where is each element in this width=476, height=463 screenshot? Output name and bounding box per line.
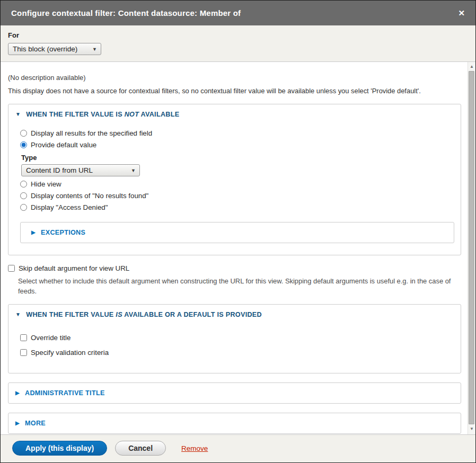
triangle-right-icon: ▶ (15, 420, 20, 426)
fieldset-value-not-available-summary[interactable]: ▼ WHEN THE FILTER VALUE IS NOT AVAILABLE (8, 104, 461, 124)
skip-default-argument-description: Select whether to include this default a… (18, 276, 461, 296)
fieldset-value-available-body: Override title Specify validation criter… (8, 325, 461, 373)
radio-label: Provide default value (31, 141, 96, 149)
type-label: Type (21, 154, 454, 162)
dialog-titlebar: Configure contextual filter: Content dat… (1, 1, 475, 25)
fieldset-legend: ADMINISTRATIVE TITLE (25, 389, 105, 397)
checkbox-skip-default-argument-input[interactable] (8, 265, 15, 272)
scroll-down-icon[interactable]: ▼ (468, 427, 475, 431)
cancel-button[interactable]: Cancel (115, 441, 166, 456)
apply-button[interactable]: Apply (this display) (12, 441, 107, 456)
type-select[interactable]: Content ID from URL ▼ (21, 164, 140, 176)
dialog-footer: Apply (this display) Cancel Remove (1, 434, 475, 462)
radio-display-access-denied[interactable]: Display "Access Denied" (20, 203, 454, 211)
fieldset-value-not-available-body: Display all results for the specified fi… (8, 124, 461, 255)
for-label: For (8, 31, 465, 39)
checkbox-specify-validation-criteria[interactable]: Specify validation criteria (20, 349, 454, 357)
triangle-right-icon: ▶ (31, 229, 36, 235)
radio-display-no-results-input[interactable] (20, 192, 27, 199)
scroll-up-icon[interactable]: ▲ (468, 65, 475, 69)
checkbox-specify-validation-criteria-input[interactable] (20, 349, 27, 356)
fieldset-more-summary[interactable]: ▶ MORE (8, 413, 461, 433)
fieldset-legend: EXCEPTIONS (41, 229, 85, 236)
checkbox-skip-default-argument[interactable]: Skip default argument for view URL (8, 264, 461, 272)
fieldset-administrative-title-summary[interactable]: ▶ ADMINISTRATIVE TITLE (8, 383, 461, 403)
radio-display-access-denied-input[interactable] (20, 204, 27, 211)
vertical-scrollbar[interactable]: ▲ ▼ (468, 62, 475, 434)
fieldset-more: ▶ MORE (8, 413, 461, 434)
type-select-value: Content ID from URL (26, 166, 93, 174)
fieldset-value-available: ▼ WHEN THE FILTER VALUE IS AVAILABLE OR … (8, 304, 461, 373)
radio-label: Display contents of "No results found" (31, 192, 148, 200)
close-icon[interactable]: ✕ (457, 7, 466, 19)
radio-hide-view[interactable]: Hide view (20, 180, 454, 188)
radio-provide-default-value-input[interactable] (20, 141, 27, 148)
radio-provide-default-value[interactable]: Provide default value (20, 141, 454, 149)
fieldset-value-not-available: ▼ WHEN THE FILTER VALUE IS NOT AVAILABLE… (8, 104, 461, 255)
scrollbar-thumb[interactable] (469, 71, 474, 424)
for-select[interactable]: This block (override) ▼ (8, 43, 101, 55)
for-select-value: This block (override) (13, 45, 77, 53)
configure-contextual-filter-dialog: Configure contextual filter: Content dat… (0, 0, 476, 463)
fieldset-exceptions: ▶ EXCEPTIONS (20, 222, 454, 243)
chevron-down-icon: ▼ (87, 47, 97, 52)
checkbox-override-title-input[interactable] (20, 334, 27, 341)
fieldset-administrative-title: ▶ ADMINISTRATIVE TITLE (8, 382, 461, 404)
remove-link[interactable]: Remove (181, 444, 208, 452)
no-description-text: (No description available) (8, 74, 461, 82)
dialog-scroll-content: (No description available) This display … (1, 62, 468, 434)
fieldset-legend: WHEN THE FILTER VALUE IS AVAILABLE OR A … (26, 311, 262, 318)
triangle-down-icon: ▼ (15, 311, 21, 317)
radio-display-no-results[interactable]: Display contents of "No results found" (20, 192, 454, 200)
checkbox-label: Specify validation criteria (31, 349, 109, 357)
checkbox-label: Skip default argument for view URL (19, 264, 129, 272)
for-section: For This block (override) ▼ (1, 25, 475, 62)
radio-label: Display "Access Denied" (31, 203, 108, 211)
fieldset-exceptions-summary[interactable]: ▶ EXCEPTIONS (21, 222, 454, 243)
checkbox-override-title[interactable]: Override title (20, 334, 454, 342)
radio-display-all-results-input[interactable] (20, 130, 27, 137)
radio-display-all-results[interactable]: Display all results for the specified fi… (20, 129, 454, 137)
triangle-right-icon: ▶ (15, 390, 20, 396)
display-source-note: This display does not have a source for … (8, 87, 461, 95)
radio-label: Hide view (31, 180, 61, 188)
fieldset-value-available-summary[interactable]: ▼ WHEN THE FILTER VALUE IS AVAILABLE OR … (8, 305, 461, 325)
dialog-body: (No description available) This display … (1, 62, 475, 434)
chevron-down-icon: ▼ (126, 168, 136, 173)
radio-label: Display all results for the specified fi… (31, 129, 152, 137)
dialog-title: Configure contextual filter: Content dat… (11, 8, 457, 17)
triangle-down-icon: ▼ (15, 111, 21, 117)
fieldset-legend: WHEN THE FILTER VALUE IS NOT AVAILABLE (26, 111, 179, 118)
radio-hide-view-input[interactable] (20, 181, 27, 188)
fieldset-legend: MORE (25, 420, 46, 427)
checkbox-label: Override title (31, 334, 70, 342)
